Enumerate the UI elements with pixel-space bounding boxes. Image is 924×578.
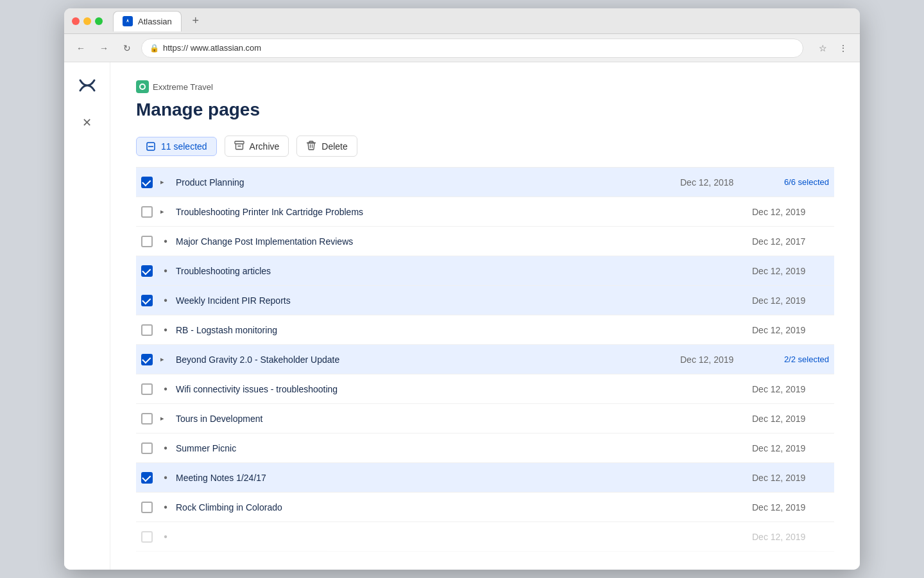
- browser-addressbar: ← → ↻ 🔒 https:// www.atlassian.com ☆ ⋮: [64, 34, 860, 62]
- row-title-text: Meeting Notes 1/24/17: [176, 473, 266, 483]
- back-button[interactable]: ←: [72, 39, 90, 57]
- selected-count-badge[interactable]: 11 selected: [136, 137, 217, 156]
- row-title-text: Beyond Gravity 2.0 - Stakeholder Update: [176, 355, 339, 365]
- list-row: •Major Change Post Implementation Review…: [136, 227, 834, 256]
- maximize-traffic-light[interactable]: [95, 17, 103, 25]
- list-row: •Rock Climbing in ColoradoDec 12, 2019: [136, 493, 834, 522]
- deselect-icon: [146, 141, 156, 152]
- browser-titlebar: Atlassian +: [64, 8, 860, 34]
- row-title-text: Major Change Post Implementation Reviews: [176, 236, 353, 247]
- archive-button[interactable]: Archive: [225, 136, 289, 157]
- bookmark-button[interactable]: ☆: [814, 39, 832, 57]
- row-checkbox[interactable]: [141, 354, 153, 365]
- list-row: ▸Troubleshooting Printer Ink Cartridge P…: [136, 197, 834, 227]
- trash-icon: [306, 140, 316, 152]
- selection-badge: 6/6 selected: [765, 177, 829, 187]
- list-row: •Troubleshooting articlesDec 12, 2019: [136, 256, 834, 286]
- list-row: •Weekly Incident PIR ReportsDec 12, 2019: [136, 286, 834, 315]
- breadcrumb: Exxtreme Travel: [136, 80, 834, 93]
- row-checkbox[interactable]: [141, 295, 153, 306]
- row-date: Dec 12, 2019: [752, 414, 829, 424]
- row-checkbox[interactable]: [141, 236, 153, 247]
- new-tab-button[interactable]: +: [187, 12, 205, 30]
- row-checkbox[interactable]: [141, 177, 153, 188]
- page-title: Manage pages: [136, 100, 834, 120]
- row-checkbox[interactable]: [141, 265, 153, 277]
- row-date: Dec 12, 2019: [752, 207, 829, 217]
- row-title: ▸Product Planning: [160, 177, 672, 188]
- row-title-text: Troubleshooting articles: [176, 266, 271, 276]
- selected-count-label: 11 selected: [161, 141, 207, 152]
- row-date: Dec 12, 2019: [752, 325, 829, 335]
- minimize-traffic-light[interactable]: [83, 17, 91, 25]
- row-date: Dec 12, 2019: [752, 295, 829, 306]
- row-title: •Summer Picnic: [160, 442, 744, 454]
- row-checkbox[interactable]: [141, 206, 153, 218]
- expand-icon[interactable]: ▸: [160, 207, 171, 216]
- row-title-text: Summer Picnic: [176, 443, 236, 453]
- row-date: Dec 12, 2019: [752, 473, 829, 483]
- bullet-icon: •: [160, 324, 171, 336]
- row-checkbox[interactable]: [141, 383, 153, 395]
- bullet-icon: •: [160, 383, 171, 395]
- row-date: Dec 12, 2019: [752, 502, 829, 512]
- breadcrumb-project: Exxtreme Travel: [153, 82, 213, 92]
- tab-label: Atlassian: [138, 17, 172, 26]
- list-row: •Meeting Notes 1/24/17Dec 12, 2019: [136, 463, 834, 493]
- row-title-text: Weekly Incident PIR Reports: [176, 295, 291, 306]
- toolbar: 11 selected Archive: [136, 136, 834, 157]
- list-row: •Wifi connectivity issues - troubleshoot…: [136, 374, 834, 404]
- address-actions: ☆ ⋮: [814, 39, 852, 57]
- row-title: •Troubleshooting articles: [160, 265, 744, 277]
- expand-icon[interactable]: ▸: [160, 178, 171, 186]
- forward-button[interactable]: →: [95, 39, 113, 57]
- row-title: •Meeting Notes 1/24/17: [160, 472, 744, 484]
- row-title-text: Rock Climbing in Colorado: [176, 502, 282, 512]
- more-button[interactable]: ⋮: [834, 39, 852, 57]
- row-date: Dec 12, 2019: [752, 532, 829, 542]
- address-bar[interactable]: 🔒 https:// www.atlassian.com: [141, 39, 803, 58]
- sidebar: ✕: [64, 62, 110, 570]
- row-title-text: Tours in Development: [176, 414, 262, 424]
- bullet-icon: •: [160, 472, 171, 484]
- bullet-icon: •: [160, 442, 171, 454]
- url-text: https:// www.atlassian.com: [163, 43, 261, 53]
- delete-label: Delete: [321, 141, 347, 152]
- row-date: Dec 12, 2019: [752, 443, 829, 453]
- bullet-icon: •: [160, 502, 171, 513]
- confluence-logo: [77, 75, 98, 100]
- row-title-text: RB - Logstash monitoring: [176, 325, 277, 335]
- row-date: Dec 12, 2019: [752, 384, 829, 394]
- row-checkbox[interactable]: [141, 531, 153, 543]
- row-checkbox[interactable]: [141, 413, 153, 425]
- browser-tab[interactable]: Atlassian: [113, 11, 182, 31]
- pages-list: ▸Product PlanningDec 12, 20186/6 selecte…: [136, 168, 834, 552]
- refresh-button[interactable]: ↻: [118, 39, 136, 57]
- row-title: ▸Beyond Gravity 2.0 - Stakeholder Update: [160, 355, 672, 365]
- delete-button[interactable]: Delete: [296, 136, 357, 157]
- close-sidebar-button[interactable]: ✕: [82, 116, 92, 130]
- main-content: Exxtreme Travel Manage pages 11 selected: [110, 62, 860, 570]
- bullet-icon: •: [160, 531, 171, 543]
- browser-window: Atlassian + ← → ↻ 🔒 https:// www.atlassi…: [64, 8, 860, 570]
- browser-content: ✕ Exxtreme Travel Manage pages: [64, 62, 860, 570]
- row-title: •RB - Logstash monitoring: [160, 324, 744, 336]
- row-checkbox[interactable]: [141, 324, 153, 336]
- row-title: •: [160, 531, 744, 543]
- project-icon: [136, 80, 149, 93]
- row-date: Dec 12, 2019: [680, 355, 757, 365]
- svg-point-1: [141, 85, 144, 89]
- row-date: Dec 12, 2019: [752, 266, 829, 276]
- traffic-lights: [72, 17, 103, 25]
- archive-label: Archive: [250, 141, 280, 152]
- list-row: ▸Product PlanningDec 12, 20186/6 selecte…: [136, 168, 834, 197]
- expand-icon[interactable]: ▸: [160, 355, 171, 363]
- close-traffic-light[interactable]: [72, 17, 80, 25]
- expand-icon[interactable]: ▸: [160, 414, 171, 423]
- row-checkbox[interactable]: [141, 442, 153, 454]
- bullet-icon: •: [160, 295, 171, 306]
- list-row: ▸Beyond Gravity 2.0 - Stakeholder Update…: [136, 345, 834, 374]
- row-checkbox[interactable]: [141, 502, 153, 513]
- row-checkbox[interactable]: [141, 472, 153, 484]
- list-row: ▸Tours in DevelopmentDec 12, 2019: [136, 404, 834, 434]
